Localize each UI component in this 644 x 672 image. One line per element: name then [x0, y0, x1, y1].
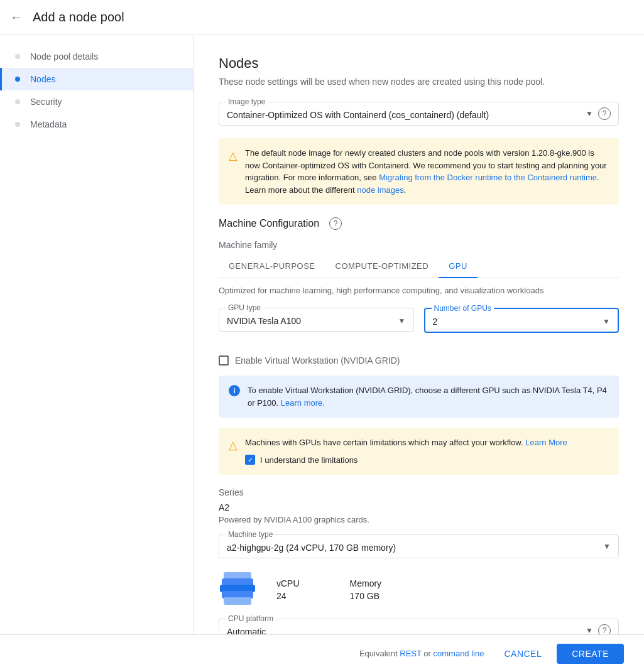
machine-icon — [219, 571, 256, 609]
memory-stat: Memory 170 GB — [350, 578, 382, 601]
warning-icon: △ — [229, 148, 237, 165]
image-type-select[interactable]: Image type Container-Optimized OS with C… — [219, 102, 619, 126]
tab-compute-optimized[interactable]: COMPUTE-OPTIMIZED — [325, 255, 439, 278]
learn-more-link[interactable]: Learn More — [525, 438, 567, 447]
understand-label: I understand the limitations — [260, 454, 357, 467]
warning-alert: △ The default node image for newly creat… — [219, 138, 619, 205]
num-gpus-value: 2 — [433, 317, 603, 327]
cancel-button[interactable]: CANCEL — [494, 644, 552, 664]
section-title: Nodes — [219, 55, 619, 72]
vcpu-header: vCPU — [276, 578, 300, 588]
machine-type-label: Machine type — [226, 530, 275, 539]
understand-checkbox[interactable]: ✓ — [245, 455, 255, 465]
workstation-learn-more-link[interactable]: Learn more. — [281, 398, 325, 408]
machine-config-title: Machine Configuration ? — [219, 217, 619, 230]
num-gpus-label: Number of GPUs — [432, 304, 494, 313]
limitations-alert: △ Machines with GPUs have certain limita… — [219, 428, 619, 475]
num-gpus-select[interactable]: Number of GPUs 2 ▼ — [424, 308, 619, 333]
limitations-warning-icon: △ — [229, 437, 237, 454]
content-area: Nodes These node settings will be used w… — [194, 35, 644, 672]
machine-stats: vCPU 24 Memory 170 GB — [276, 578, 381, 601]
image-type-label: Image type — [226, 97, 268, 106]
machine-type-value: a2-highgpu-2g (24 vCPU, 170 GB memory) — [227, 540, 603, 553]
machine-type-group: Machine type a2-highgpu-2g (24 vCPU, 170… — [219, 534, 619, 558]
sidebar-dot-active — [15, 77, 20, 82]
memory-header: Memory — [350, 578, 382, 588]
cpu-platform-arrow-icon: ▼ — [586, 626, 593, 635]
num-gpus-group: Number of GPUs 2 ▼ — [424, 308, 619, 333]
sidebar-dot — [15, 122, 20, 127]
series-description: Powered by NVIDIA A100 graphics cards. — [219, 515, 619, 524]
series-name: A2 — [219, 502, 619, 512]
image-type-group: Image type Container-Optimized OS with C… — [219, 102, 619, 126]
sidebar-dot — [15, 54, 20, 59]
page-title: Add a node pool — [33, 10, 124, 24]
machine-family-label: Machine family — [219, 240, 619, 250]
workstation-checkbox[interactable] — [219, 355, 229, 366]
limitations-text: Machines with GPUs have certain limitati… — [245, 436, 567, 466]
machine-type-arrow-icon: ▼ — [603, 542, 611, 551]
dropdown-arrow-icon: ▼ — [586, 109, 593, 118]
node-images-link[interactable]: node images — [357, 185, 403, 195]
command-line-link[interactable]: command line — [434, 649, 484, 658]
sidebar: Node pool details Nodes Security Metadat… — [0, 35, 194, 672]
back-button[interactable]: ← — [10, 10, 23, 24]
rest-link[interactable]: REST — [400, 649, 421, 658]
gpu-type-label: GPU type — [226, 303, 263, 312]
sidebar-item-metadata[interactable]: Metadata — [0, 113, 193, 136]
image-type-value: Container-Optimized OS with Containerd (… — [227, 107, 586, 120]
gpu-type-select[interactable]: GPU type NVIDIA Tesla A100 ▼ — [219, 308, 414, 332]
workstation-checkbox-row: Enable Virtual Workstation (NVIDIA GRID) — [219, 355, 619, 366]
workstation-info-alert: i To enable Virtual Workstation (NVIDIA … — [219, 376, 619, 418]
sidebar-dot — [15, 99, 20, 104]
sidebar-item-nodes[interactable]: Nodes — [0, 68, 193, 90]
machine-config-help-icon[interactable]: ? — [329, 217, 342, 230]
sidebar-label: Security — [30, 97, 62, 107]
create-button[interactable]: CREATE — [557, 644, 624, 664]
machine-info: vCPU 24 Memory 170 GB — [219, 571, 619, 609]
vcpu-stat: vCPU 24 — [276, 578, 300, 601]
gpu-type-arrow-icon: ▼ — [398, 317, 406, 325]
warning-text: The default node image for newly created… — [245, 147, 609, 196]
info-icon: i — [229, 385, 240, 396]
num-gpus-arrow-icon: ▼ — [603, 317, 610, 326]
equivalent-text: Equivalent REST or command line — [359, 649, 484, 658]
sidebar-label: Metadata — [30, 119, 67, 129]
machine-configuration-section: Machine Configuration ? Machine family G… — [219, 217, 619, 672]
series-label: Series — [219, 487, 619, 497]
gpu-type-value: NVIDIA Tesla A100 — [227, 316, 398, 326]
memory-value: 170 GB — [350, 591, 382, 601]
gpu-type-group: GPU type NVIDIA Tesla A100 ▼ — [219, 308, 414, 333]
stack-layers-icon — [220, 572, 255, 607]
tab-general-purpose[interactable]: GENERAL-PURPOSE — [219, 255, 325, 278]
sidebar-label: Nodes — [30, 74, 55, 84]
help-icon[interactable]: ? — [598, 107, 611, 120]
containerd-link[interactable]: Migrating from the Docker runtime to the… — [379, 173, 597, 182]
sidebar-item-security[interactable]: Security — [0, 90, 193, 113]
machine-type-select[interactable]: Machine type a2-highgpu-2g (24 vCPU, 170… — [219, 534, 619, 558]
sidebar-label: Node pool details — [30, 51, 98, 62]
cpu-platform-label: CPU platform — [226, 614, 276, 623]
bottom-bar: Equivalent REST or command line CANCEL C… — [0, 634, 644, 672]
gpu-row: GPU type NVIDIA Tesla A100 ▼ Number of G… — [219, 308, 619, 345]
machine-family-tabs: GENERAL-PURPOSE COMPUTE-OPTIMIZED GPU — [219, 255, 619, 278]
series-section: Series A2 Powered by NVIDIA A100 graphic… — [219, 487, 619, 524]
sidebar-item-node-pool-details[interactable]: Node pool details — [0, 45, 193, 68]
workstation-checkbox-label: Enable Virtual Workstation (NVIDIA GRID) — [235, 355, 400, 366]
vcpu-value: 24 — [276, 591, 300, 601]
section-subtitle: These node settings will be used when ne… — [219, 77, 619, 87]
tab-gpu[interactable]: GPU — [439, 255, 478, 278]
tab-description: Optimized for machine learning, high per… — [219, 286, 619, 295]
workstation-info-text: To enable Virtual Workstation (NVIDIA GR… — [248, 384, 609, 409]
